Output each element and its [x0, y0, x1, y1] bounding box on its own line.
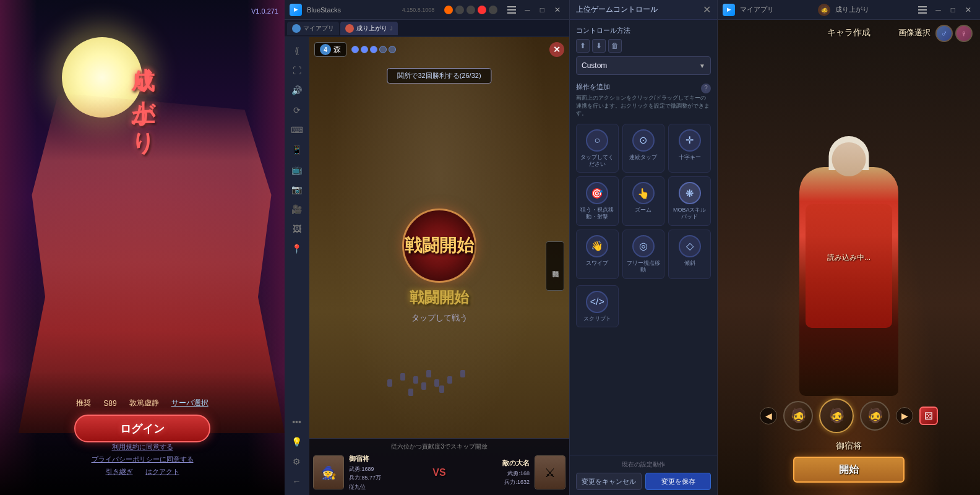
battle-title-area: 戦闘開始 戦闘開始 タップして戦う: [402, 209, 476, 324]
back-icon[interactable]: ←: [288, 473, 306, 490]
ctrl-moba[interactable]: ❋ MOBAスキルパッド: [668, 176, 711, 226]
video-icon[interactable]: 🎥: [288, 200, 306, 218]
add-action-section: 操作を追加 ? 画面上のアクションをクリック/ドラッグしてキーの連携を行います。…: [576, 82, 711, 118]
controls-grid: ○ タップしてください ⊙ 連続タップ ✛ 十字キー 🎯 狙う・視点移動・射撃 …: [576, 124, 711, 279]
panel4-close[interactable]: ✕: [961, 4, 975, 16]
rotate-icon[interactable]: ⟳: [288, 101, 306, 119]
server-id: S89: [103, 399, 116, 408]
tv-icon[interactable]: 📺: [288, 161, 306, 178]
gender-female-icon[interactable]: ♀: [955, 25, 973, 42]
player-rank: 従九位: [349, 483, 428, 491]
contact-link[interactable]: はクアクト: [145, 467, 179, 476]
combatants-row: 🧙 御宿将 武勇:1689 兵力:85.77万 従九位 VS 敵の大名 武勇:1…: [313, 454, 565, 491]
dice-random-btn[interactable]: ⚄: [919, 407, 938, 425]
soldier-4: [426, 370, 431, 377]
panel4-app-name: マイアプリ: [740, 5, 813, 14]
main-character-display: [793, 161, 905, 396]
ctrl-free-view[interactable]: ◎ フリー視点移動: [622, 230, 665, 279]
tab-game[interactable]: 成り上がり J: [340, 22, 398, 35]
panel4-maximize[interactable]: □: [947, 4, 959, 16]
privacy-link[interactable]: プライバシーポリシーに同意する: [92, 455, 194, 464]
ctrl-tilt[interactable]: ◇ 傾斜: [668, 230, 711, 279]
volume-icon[interactable]: 🔊: [288, 82, 306, 99]
auto-battle-btn[interactable]: 自動戦闘: [546, 241, 564, 291]
char-thumb-3[interactable]: 🧔: [860, 401, 890, 431]
help-icon[interactable]: ?: [701, 84, 711, 93]
close-game-btn[interactable]: ✕: [549, 42, 564, 57]
ctrl-zoom[interactable]: 👆 ズーム: [622, 176, 665, 226]
login-button[interactable]: ログイン: [74, 415, 210, 442]
maximize-button[interactable]: □: [536, 4, 548, 16]
delete-icon-btn[interactable]: 🗑: [608, 39, 622, 53]
char-next-btn[interactable]: ▶: [896, 407, 913, 424]
transfer-link[interactable]: 引き継ぎ: [106, 467, 133, 476]
enemy-strength: 武勇:168: [451, 469, 530, 478]
save-button[interactable]: 変更を保存: [645, 473, 711, 490]
version-badge: V1.0.271: [251, 7, 278, 15]
ctrl-aim[interactable]: 🎯 狙う・視点移動・射撃: [576, 176, 619, 226]
orb-1: [351, 46, 359, 53]
aim-icon: 🎯: [586, 182, 608, 204]
terms-link[interactable]: 利用規約に同意する: [112, 442, 173, 452]
panel3-control-panel: 上位ゲームコントロール ✕ コントロール方法 ⬆ ⬇ 🗑 Custom ▼ 操作…: [569, 0, 718, 495]
fullscreen-icon[interactable]: ⛶: [288, 62, 306, 79]
bulb-icon[interactable]: 💡: [288, 433, 306, 450]
panel4-logo: ▶: [723, 4, 735, 16]
char-prev-btn[interactable]: ◀: [760, 407, 777, 424]
ctrl-method-label: コントロール方法: [576, 26, 711, 35]
panel4-minimize[interactable]: ─: [932, 4, 945, 16]
game-title: 成り上がり: [127, 50, 158, 145]
panel4-hamburger[interactable]: [918, 6, 927, 14]
export-icon-btn[interactable]: ⬆: [576, 39, 590, 53]
minimize-button[interactable]: ─: [521, 4, 534, 16]
char-thumb-1[interactable]: 🧔: [783, 401, 813, 431]
free-view-icon: ◎: [632, 235, 655, 257]
ctrl-script[interactable]: </> スクリプト: [576, 285, 619, 328]
player-portrait: 🧙: [313, 455, 344, 489]
close-button[interactable]: ✕: [551, 4, 564, 16]
char-selector-row: ◀ 🧔 🧔 🧔 ▶ ⚄: [760, 398, 938, 433]
settings-icon[interactable]: ⚙: [288, 453, 306, 470]
soldier-9: [387, 379, 392, 387]
tab-indicator-3: [466, 6, 475, 14]
expand-icon[interactable]: ⟪: [288, 42, 306, 59]
start-button[interactable]: 開始: [793, 457, 905, 483]
gender-male-icon[interactable]: ♂: [935, 25, 953, 42]
script-icon: </>: [586, 291, 608, 313]
more-icon[interactable]: •••: [288, 413, 306, 431]
tab-dot-myapps: [292, 24, 301, 33]
tab-myapps[interactable]: マイアプリ: [287, 22, 339, 35]
repeat-tap-label: 連続タップ: [629, 154, 657, 161]
panel1-game-splash: 成り上がり V1.0.271 推奨 S89 敦篤虚静 サーバ選択 ログイン 利用…: [0, 0, 285, 495]
location-icon[interactable]: 📍: [288, 240, 306, 257]
dpad-label: 十字キー: [679, 154, 701, 161]
hamburger-menu[interactable]: [507, 6, 516, 14]
add-action-desc: 画面上のアクションをクリック/ドラッグしてキーの連携を行います。おクリックを設定…: [576, 94, 711, 118]
char-thumb-2-selected[interactable]: 🧔: [819, 398, 854, 433]
control-method-dropdown[interactable]: Custom ▼: [576, 56, 711, 75]
enemy-soldiers: 兵力:1632: [451, 478, 530, 486]
tap-to-fight[interactable]: タップして戦う: [411, 312, 468, 324]
server-select-btn[interactable]: サーバ選択: [171, 398, 208, 408]
import-icon-btn[interactable]: ⬇: [592, 39, 606, 53]
gallery-icon[interactable]: 🖼: [288, 220, 306, 238]
tab-indicator-4: [478, 6, 486, 14]
ctrl-swipe[interactable]: 👋 スワイプ: [576, 230, 619, 279]
loading-text: 読み込み中...: [827, 252, 870, 263]
keyboard-icon[interactable]: ⌨: [288, 121, 306, 139]
zoom-label: ズーム: [635, 207, 651, 213]
ctrl-repeat-tap[interactable]: ⊙ 連続タップ: [622, 124, 665, 173]
phone-icon[interactable]: 📱: [288, 141, 306, 158]
aim-label: 狙う・視点移動・射撃: [579, 207, 616, 220]
panel4-char-icon: 🧔: [818, 4, 830, 16]
recommend-label: 推奨: [76, 398, 91, 408]
panel4-win-controls: ─ □ ✕: [932, 4, 975, 16]
ctrl-close-button[interactable]: ✕: [703, 4, 711, 15]
cancel-button[interactable]: 変更をキャンセル: [576, 473, 642, 490]
ctrl-tap[interactable]: ○ タップしてください: [576, 124, 619, 173]
camera-icon[interactable]: 📷: [288, 181, 306, 198]
orb-3: [370, 46, 377, 53]
moba-icon: ❋: [679, 182, 701, 204]
ctrl-dpad[interactable]: ✛ 十字キー: [668, 124, 711, 173]
panel4-content: キャラ作成 画像選択 ♂ ♀ 読み込み中... ◀ 🧔 🧔 🧔 ▶: [718, 20, 980, 495]
